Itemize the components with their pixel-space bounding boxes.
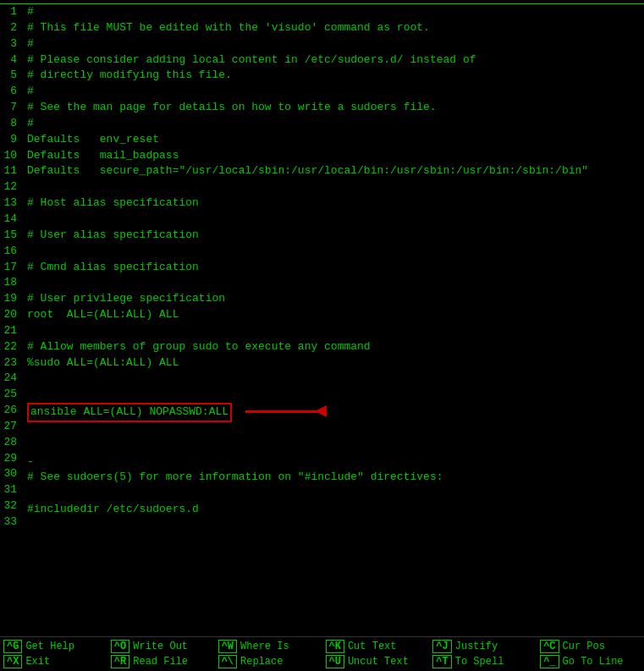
shortcut-item[interactable]: ^JJustify (429, 639, 537, 654)
line-number: 14 (3, 212, 17, 228)
code-line: # (27, 116, 641, 132)
line-number: 24 (3, 371, 17, 387)
shortcut-key: ^G (3, 640, 22, 653)
line-number: 32 (3, 498, 17, 514)
shortcut-item[interactable]: ^\Replace (215, 654, 322, 669)
shortcut-label: Justify (455, 641, 498, 652)
line-numbers: 1234567891011121314151617181920212223242… (0, 4, 24, 636)
line-number: 5 (3, 68, 17, 84)
shortcut-item[interactable]: ^UUncut Text (322, 654, 430, 669)
shortcut-key: ^\ (218, 655, 237, 668)
line-number: 12 (3, 179, 17, 195)
code-line-highlighted: ansible ALL=(ALL) NOPASSWD:ALL (27, 403, 641, 422)
code-line (27, 387, 641, 403)
shortcut-key: ^O (111, 640, 129, 653)
line-number: 6 (3, 84, 17, 100)
shortcut-item[interactable]: ^KCut Text (322, 639, 430, 654)
line-number: 28 (3, 435, 17, 451)
shortcut-item[interactable]: ^TTo Spell (429, 654, 537, 669)
line-number: 26 (3, 403, 17, 419)
code-line: Defaults secure_path="/usr/local/sbin:/u… (27, 163, 641, 179)
shortcut-item[interactable]: ^WWhere Is (215, 639, 322, 654)
line-number: 19 (3, 291, 17, 307)
shortcut-row1: ^GGet Help^OWrite Out^WWhere Is^KCut Tex… (0, 639, 644, 654)
line-number: 30 (3, 466, 17, 482)
code-line (27, 371, 641, 387)
shortcut-item[interactable]: ^GGet Help (0, 639, 107, 654)
line-number: 10 (3, 148, 17, 164)
shortcut-key: ^T (432, 655, 451, 668)
shortcut-key: ^_ (540, 655, 559, 668)
shortcut-key: ^R (111, 655, 129, 668)
shortcut-label: Write Out (133, 641, 188, 652)
line-number: 22 (3, 339, 17, 355)
code-line: # (27, 84, 641, 100)
code-content[interactable]: ## This file MUST be edited with the 'vi… (24, 4, 644, 636)
annotation-arrow (245, 410, 326, 413)
line-number: 17 (3, 260, 17, 276)
shortcut-item[interactable]: ^XExit (0, 654, 107, 669)
highlighted-text: ansible ALL=(ALL) NOPASSWD:ALL (27, 403, 232, 422)
shortcut-key: ^W (218, 640, 237, 653)
code-line: # See sudoers(5) for more information on… (27, 470, 641, 486)
shortcut-label: Replace (240, 656, 283, 668)
code-line (27, 323, 641, 339)
code-line (27, 438, 641, 454)
line-number: 20 (3, 307, 17, 323)
line-number: 29 (3, 451, 17, 467)
code-line: # Allow members of group sudo to execute… (27, 339, 641, 355)
shortcut-label: Go To Line (563, 656, 624, 668)
shortcut-label: Uncut Text (348, 656, 409, 668)
line-number: 25 (3, 387, 17, 403)
shortcut-bar: ^GGet Help^OWrite Out^WWhere Is^KCut Tex… (0, 636, 644, 671)
code-line (27, 275, 641, 291)
app: 1234567891011121314151617181920212223242… (0, 0, 644, 671)
code-line: # Please consider adding local content i… (27, 52, 641, 69)
shortcut-item[interactable]: ^CCur Pos (537, 639, 644, 654)
code-line: # Cmnd alias specification (27, 260, 641, 276)
line-number: 11 (3, 163, 17, 179)
line-number: 27 (3, 419, 17, 435)
code-line: # Host alias specification (27, 195, 641, 212)
shortcut-label: Get Help (25, 641, 74, 652)
code-line: %sudo ALL=(ALL:ALL) ALL (27, 355, 641, 371)
code-line: - (27, 454, 641, 470)
shortcut-label: Cur Pos (563, 641, 605, 652)
line-number: 13 (3, 195, 17, 212)
code-line: Defaults mail_badpass (27, 148, 641, 164)
line-number: 7 (3, 100, 17, 116)
shortcut-key: ^C (540, 640, 559, 653)
shortcut-item[interactable]: ^OWrite Out (107, 639, 215, 654)
line-number: 4 (3, 52, 17, 69)
code-line (27, 422, 641, 438)
line-number: 1 (3, 4, 17, 20)
arrow-shaft (245, 410, 326, 413)
code-line: # User alias specification (27, 228, 641, 244)
code-line: root ALL=(ALL:ALL) ALL (27, 307, 641, 323)
line-number: 33 (3, 514, 17, 531)
shortcut-label: Read File (133, 656, 188, 668)
code-line: # (27, 36, 641, 52)
code-line (27, 518, 641, 534)
line-number: 9 (3, 132, 17, 148)
code-line (27, 244, 641, 260)
shortcut-label: Where Is (240, 641, 289, 652)
line-number: 2 (3, 20, 17, 36)
code-line: # See the man page for details on how to… (27, 100, 641, 116)
code-line: #includedir /etc/sudoers.d (27, 502, 641, 518)
shortcut-item[interactable]: ^RRead File (107, 654, 215, 669)
code-line (27, 179, 641, 195)
arrow-head (315, 405, 327, 417)
shortcut-key: ^U (326, 655, 344, 668)
shortcut-label: To Spell (455, 656, 504, 668)
shortcut-label: Cut Text (348, 641, 397, 652)
code-line (27, 486, 641, 502)
line-number: 8 (3, 116, 17, 132)
editor-area[interactable]: 1234567891011121314151617181920212223242… (0, 4, 644, 636)
code-line (27, 212, 641, 228)
shortcut-label: Exit (25, 656, 50, 668)
code-line: Defaults env_reset (27, 132, 641, 148)
shortcut-item[interactable]: ^_Go To Line (537, 654, 644, 669)
code-line: # User privilege specification (27, 291, 641, 307)
code-line: # (27, 4, 641, 20)
